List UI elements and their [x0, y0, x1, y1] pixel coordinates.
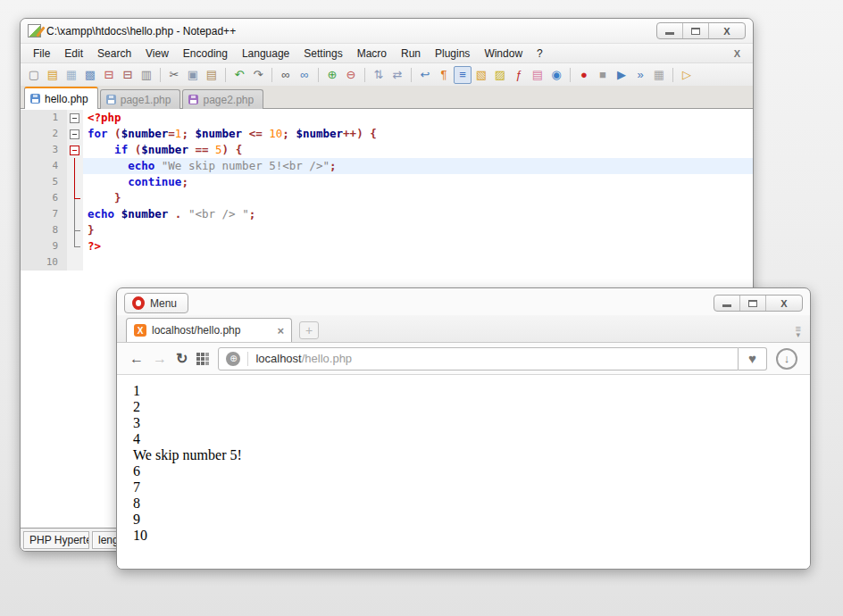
cut-icon[interactable]: ✂	[165, 66, 183, 84]
fold-margin[interactable]	[67, 206, 83, 222]
menu-item[interactable]: Search	[90, 46, 138, 62]
bookmark-heart-icon[interactable]: ♥	[739, 347, 767, 370]
code-line[interactable]: 2for ($number=1; $number <= 10; $number+…	[21, 126, 753, 142]
replace-icon[interactable]: ∞	[296, 66, 313, 84]
line-number[interactable]: 4	[21, 158, 67, 174]
url-text[interactable]: localhost/hello.php	[255, 352, 352, 365]
line-number[interactable]: 6	[21, 190, 67, 206]
code-line[interactable]: 5 continue;	[21, 174, 753, 190]
back-button[interactable]: ←	[129, 351, 144, 367]
fold-margin[interactable]	[67, 142, 83, 158]
fold-margin[interactable]	[67, 174, 83, 190]
new-tab-button[interactable]: +	[299, 321, 319, 339]
redo-icon[interactable]: ↷	[249, 66, 267, 84]
open-file-icon[interactable]: ▤	[44, 66, 62, 84]
menu-item[interactable]: Plugins	[428, 46, 477, 62]
tab-list-icon[interactable]: ≡ ▾	[796, 325, 801, 338]
copy-icon[interactable]: ▣	[184, 66, 202, 84]
run-icon[interactable]: ▷	[678, 66, 696, 84]
word-wrap-icon[interactable]: ↩	[416, 66, 434, 84]
line-number[interactable]: 8	[21, 222, 67, 238]
opera-menu-button[interactable]: Menu	[124, 293, 188, 313]
browser-tab-localhost[interactable]: X localhost/hello.php ×	[126, 318, 292, 342]
close-all-icon[interactable]: ⊟	[119, 66, 137, 84]
close-button[interactable]: X	[709, 23, 745, 38]
reload-button[interactable]: ↻	[176, 350, 188, 367]
maximize-button[interactable]	[740, 296, 766, 311]
minimize-button[interactable]	[714, 296, 740, 311]
downloads-icon[interactable]: ↓	[776, 348, 797, 370]
line-number[interactable]: 10	[21, 254, 67, 271]
fold-margin[interactable]	[67, 190, 83, 206]
code-line[interactable]: 9?>	[21, 238, 753, 254]
fold-margin[interactable]	[67, 238, 83, 254]
menu-item[interactable]: Settings	[296, 46, 349, 62]
forward-button[interactable]: →	[153, 351, 167, 367]
tab-close-icon[interactable]: ×	[277, 324, 284, 337]
fold-margin[interactable]	[67, 126, 83, 142]
save-all-icon[interactable]: ▩	[81, 66, 99, 84]
function-list-icon[interactable]: ƒ	[510, 66, 528, 84]
line-number[interactable]: 9	[21, 238, 67, 254]
zoom-in-icon[interactable]: ⊕	[323, 66, 341, 84]
undo-icon[interactable]: ↶	[230, 66, 248, 84]
code-line[interactable]: 3 if ($number == 5) {	[21, 142, 753, 158]
fold-margin[interactable]	[67, 254, 83, 271]
code-line[interactable]: 1<?php	[21, 110, 753, 126]
menubar-close-icon[interactable]: X	[727, 48, 747, 59]
find-icon[interactable]: ∞	[277, 66, 295, 84]
menu-item[interactable]: File	[26, 46, 57, 62]
print-icon[interactable]: ▥	[138, 66, 155, 84]
zoom-out-icon[interactable]: ⊖	[342, 66, 360, 84]
show-indent-guide-icon[interactable]: ≡	[454, 66, 472, 84]
save-macro-icon[interactable]: ▦	[650, 66, 668, 84]
fold-margin[interactable]	[67, 222, 83, 238]
code-line[interactable]: 6 }	[21, 190, 753, 206]
close-icon[interactable]: ⊟	[100, 66, 118, 84]
line-number[interactable]: 2	[21, 126, 67, 142]
fold-margin[interactable]	[67, 110, 83, 126]
menu-item[interactable]: ?	[530, 46, 550, 62]
menu-item[interactable]: Language	[235, 46, 296, 62]
monitoring-icon[interactable]: ◉	[547, 66, 565, 84]
output-line: 1	[133, 383, 810, 399]
menu-item[interactable]: Window	[477, 46, 530, 62]
line-number[interactable]: 5	[21, 174, 67, 190]
play-macro-icon[interactable]: ▶	[613, 66, 630, 84]
document-map-icon[interactable]: ▨	[491, 66, 509, 84]
npp-tab-page2.php[interactable]: page2.php	[182, 89, 263, 109]
sync-horizontal-scroll-icon[interactable]: ⇄	[388, 66, 406, 84]
doc-switcher-icon[interactable]: ▧	[472, 66, 490, 84]
npp-tab-page1.php[interactable]: page1.php	[100, 89, 181, 109]
code-line[interactable]: 8}	[21, 222, 753, 238]
fold-margin[interactable]	[67, 158, 83, 174]
speed-dial-icon[interactable]	[196, 353, 209, 365]
menu-item[interactable]: View	[138, 46, 176, 62]
maximize-button[interactable]	[683, 23, 709, 38]
minimize-button[interactable]	[657, 23, 683, 38]
new-file-icon[interactable]: ▢	[25, 66, 43, 84]
folder-as-workspace-icon[interactable]: ▤	[529, 66, 547, 84]
code-line[interactable]: 7echo $number . "<br /> ";	[21, 206, 753, 222]
record-macro-icon[interactable]: ●	[575, 66, 593, 84]
npp-titlebar[interactable]: C:\xampp\htdocs\hello.php - Notepad++ X	[21, 19, 753, 43]
line-number[interactable]: 3	[21, 142, 67, 158]
stop-macro-icon[interactable]: ■	[594, 66, 612, 84]
show-all-characters-icon[interactable]: ¶	[435, 66, 453, 84]
menu-item[interactable]: Macro	[350, 46, 394, 62]
paste-icon[interactable]: ▤	[203, 66, 221, 84]
menu-item[interactable]: Encoding	[176, 46, 235, 62]
menu-item[interactable]: Run	[394, 46, 428, 62]
line-number[interactable]: 1	[21, 110, 67, 126]
code-line[interactable]: 4 echo "We skip number 5!<br />";	[21, 158, 753, 174]
sync-vertical-scroll-icon[interactable]: ⇅	[370, 66, 388, 84]
npp-tab-hello.php[interactable]: hello.php	[24, 87, 98, 109]
opera-titlebar[interactable]: Menu X	[117, 288, 810, 315]
save-icon[interactable]: ▦	[63, 66, 80, 84]
close-button[interactable]: X	[766, 296, 802, 311]
code-line[interactable]: 10	[21, 254, 753, 271]
line-number[interactable]: 7	[21, 206, 67, 222]
run-macro-multiple-icon[interactable]: »	[631, 66, 649, 84]
menu-item[interactable]: Edit	[57, 46, 90, 62]
address-bar[interactable]: ⊕ localhost/hello.php	[218, 347, 739, 370]
